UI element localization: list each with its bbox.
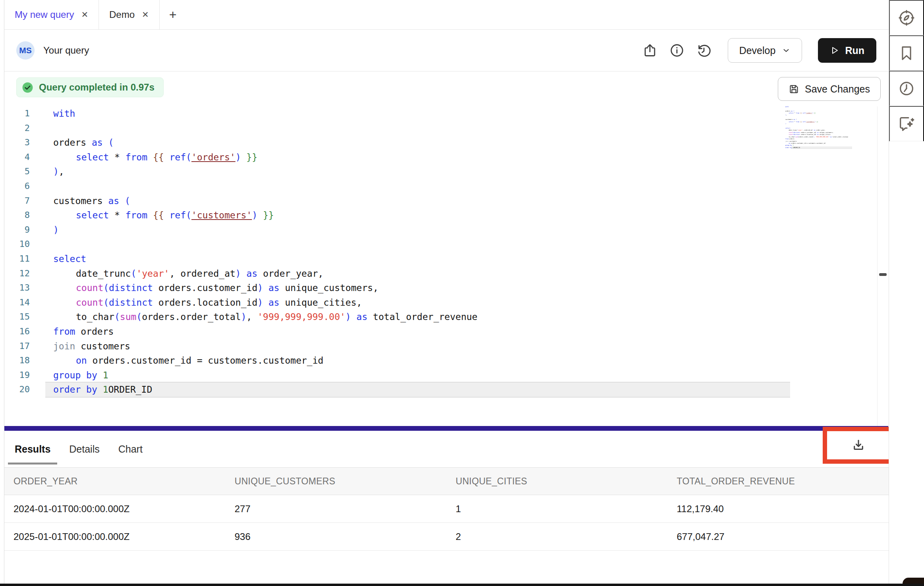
column-header: TOTAL_ORDER_REVENUE — [668, 476, 889, 487]
editor-tab-my-new-query[interactable]: My new query✕ — [4, 0, 99, 29]
code-line-20: order by 1ORDER_ID — [785, 146, 852, 148]
minimap[interactable]: withorders as (select * from {{ ref('ord… — [785, 106, 852, 151]
line-number: 15 — [4, 310, 30, 324]
code-line-7: 7customers as ( — [4, 194, 877, 208]
panel-splitter[interactable] — [4, 426, 888, 431]
table-cell: 1 — [447, 503, 668, 515]
table-cell: 936 — [226, 531, 447, 542]
new-tab-button[interactable]: + — [160, 0, 186, 29]
save-changes-button[interactable]: Save Changes — [778, 77, 881, 101]
table-cell: 677,047.27 — [668, 531, 889, 542]
code-line-18: 18on orders.customer_id = customers.cust… — [4, 353, 877, 368]
results-table-body: 2024-01-01T00:00:00.000Z2771112,179.4020… — [4, 495, 889, 551]
code-line-4: 4select * from {{ ref('orders') }} — [4, 150, 877, 165]
code-line-15: 15to_char(sum(orders.order_total), '999,… — [4, 310, 877, 324]
header-actions: Develop Run — [641, 38, 876, 63]
tab-label: My new query — [15, 9, 74, 20]
editor-tab-bar: My new query✕Demo✕ + — [4, 0, 889, 30]
line-number: 16 — [4, 324, 30, 339]
sidebar-item-history[interactable] — [889, 71, 924, 106]
results-table: ORDER_YEARUNIQUE_CUSTOMERSUNIQUE_CITIEST… — [4, 467, 889, 551]
develop-label: Develop — [739, 45, 776, 56]
code-line-20: 20order by 1ORDER_ID — [4, 382, 877, 397]
sidebar-item-explore[interactable] — [889, 0, 924, 35]
minimap-code: withorders as (select * from {{ ref('ord… — [785, 106, 852, 148]
page-title: Your query — [43, 45, 89, 56]
results-panel: ResultsDetailsChart ORDER_YEARUNIQUE_CUS… — [4, 431, 889, 584]
model-ref-link: 'orders' — [806, 112, 812, 114]
line-number: 19 — [4, 368, 30, 383]
check-icon — [21, 81, 34, 94]
line-number: 5 — [4, 164, 30, 179]
table-cell: 2 — [447, 531, 668, 542]
share-icon — [642, 43, 657, 58]
history-button[interactable] — [695, 42, 713, 59]
column-header: UNIQUE_CITIES — [447, 476, 668, 487]
table-cell: 2025-01-01T00:00:00.000Z — [4, 531, 226, 542]
table-row: 2024-01-01T00:00:00.000Z2771112,179.40 — [4, 495, 889, 523]
code-line-6: 6 — [4, 179, 877, 194]
bookmark-icon — [898, 44, 915, 62]
close-icon[interactable]: ✕ — [81, 10, 88, 19]
table-cell: 2024-01-01T00:00:00.000Z — [4, 503, 226, 515]
download-results-button[interactable] — [851, 438, 866, 453]
share-button[interactable] — [641, 42, 659, 59]
sidebar-item-ai-chat[interactable] — [889, 106, 924, 141]
results-tab-details[interactable]: Details — [69, 443, 99, 455]
table-cell: 277 — [226, 503, 447, 515]
chat-sparkle-icon — [897, 115, 916, 133]
model-ref-link[interactable]: 'orders' — [191, 152, 236, 162]
code-line-12: 12date_trunc('year', ordered_at) as orde… — [4, 266, 877, 281]
line-number: 3 — [4, 135, 30, 150]
table-row: 2025-01-01T00:00:00.000Z9362677,047.27 — [4, 523, 889, 551]
column-header: ORDER_YEAR — [4, 476, 226, 487]
editor-scrollbar[interactable] — [877, 106, 889, 426]
code-line-5: 5), — [4, 164, 877, 179]
code-line-16: 16from orders — [4, 324, 877, 339]
avatar: MS — [16, 41, 35, 60]
results-tab-results[interactable]: Results — [15, 443, 50, 455]
code-line-8: 8select * from {{ ref('customers') }} — [4, 208, 877, 223]
develop-dropdown[interactable]: Develop — [728, 38, 802, 63]
status-message: Query completed in 0.97s — [39, 82, 155, 93]
play-icon — [830, 46, 839, 55]
code-line-15: to_char(sum(orders.order_total), '999,99… — [785, 136, 852, 138]
help-widget-peek[interactable] — [903, 578, 924, 584]
editor-tab-demo[interactable]: Demo✕ — [99, 0, 160, 29]
line-number: 17 — [4, 339, 30, 354]
info-icon — [669, 43, 684, 58]
model-ref-link[interactable]: 'customers' — [191, 210, 252, 220]
code-line-3: 3orders as ( — [4, 135, 877, 150]
right-sidebar — [889, 0, 924, 586]
close-icon[interactable]: ✕ — [142, 10, 149, 19]
line-number: 10 — [4, 237, 30, 252]
code-line-13: 13count(distinct orders.customer_id) as … — [4, 281, 877, 295]
results-tab-chart[interactable]: Chart — [118, 443, 143, 455]
line-number: 4 — [4, 150, 30, 165]
save-icon — [789, 84, 799, 94]
chevron-down-icon — [782, 46, 791, 55]
code-lines: 1with23orders as (4select * from {{ ref(… — [4, 106, 877, 397]
line-number: 1 — [4, 106, 30, 121]
line-number: 7 — [4, 194, 30, 208]
line-number: 12 — [4, 266, 30, 281]
line-number: 2 — [4, 121, 30, 136]
run-button[interactable]: Run — [818, 38, 876, 63]
model-ref-link: 'customers' — [806, 121, 815, 123]
run-label: Run — [845, 45, 864, 56]
save-changes-label: Save Changes — [805, 83, 870, 95]
line-number: 8 — [4, 208, 30, 223]
status-badge: Query completed in 0.97s — [16, 77, 164, 97]
main-panel: My new query✕Demo✕ + MS Your query — [4, 0, 889, 586]
code-line-19: 19group by 1 — [4, 368, 877, 383]
compass-icon — [897, 9, 916, 27]
plus-icon: + — [169, 8, 177, 22]
sql-editor[interactable]: Query completed in 0.97s Save Changes 1w… — [4, 71, 889, 426]
code-line-17: 17join customers — [4, 339, 877, 354]
info-button[interactable] — [668, 42, 686, 59]
editor-scrollbar-thumb[interactable] — [879, 273, 887, 276]
table-cell: 112,179.40 — [668, 503, 889, 515]
sidebar-item-bookmarks[interactable] — [889, 35, 924, 71]
results-table-header: ORDER_YEARUNIQUE_CUSTOMERSUNIQUE_CITIEST… — [4, 467, 889, 495]
code-line-11: 11select — [4, 252, 877, 266]
